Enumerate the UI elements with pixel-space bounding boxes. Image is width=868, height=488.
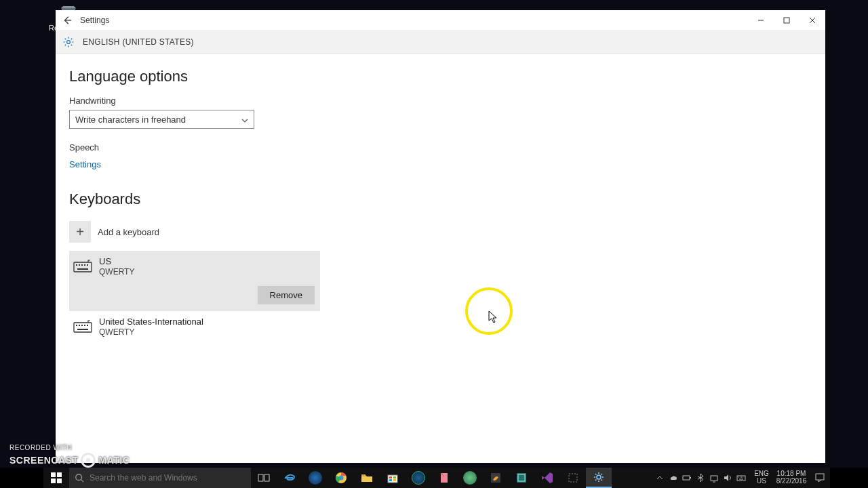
svg-rect-22	[264, 474, 269, 481]
titlebar: Settings	[56, 10, 825, 30]
svg-rect-0	[784, 18, 789, 23]
start-button[interactable]	[43, 468, 69, 488]
keyboard-name: US	[99, 256, 134, 266]
svg-rect-11	[79, 325, 80, 326]
svg-rect-26	[388, 475, 397, 483]
add-keyboard-button[interactable]: + Add a keyboard	[69, 218, 320, 245]
keyboards-heading: Keyboards	[69, 190, 812, 208]
taskbar-apps	[251, 468, 612, 488]
chrome-icon[interactable]	[328, 468, 354, 488]
svg-point-35	[597, 475, 601, 479]
svg-rect-2	[74, 262, 92, 272]
svg-rect-12	[81, 325, 83, 326]
tray-bluetooth-icon[interactable]	[696, 473, 705, 483]
keyboard-icon	[73, 259, 92, 274]
tray-network-icon[interactable]	[709, 473, 719, 483]
clock[interactable]: 10:18 PM 8/22/2016	[773, 468, 810, 488]
settings-window: Settings ENGLISH (UNITED STATES) Languag…	[56, 10, 825, 463]
svg-rect-17	[57, 472, 62, 477]
plus-icon: +	[69, 221, 91, 243]
store-icon[interactable]	[380, 468, 406, 488]
app-icon-pink[interactable]	[431, 468, 457, 488]
tray-keyboard-icon[interactable]	[736, 473, 746, 483]
svg-rect-8	[77, 268, 88, 270]
tray-chevron-up-icon[interactable]	[655, 473, 665, 483]
svg-rect-25	[361, 474, 366, 476]
settings-taskbar-icon[interactable]	[586, 468, 612, 488]
keyboard-name: United States-International	[99, 317, 203, 327]
back-button[interactable]	[56, 10, 79, 30]
time: 10:18 PM	[773, 470, 810, 477]
date: 8/22/2016	[773, 477, 810, 485]
watermark-line1: RECORDED WITH	[9, 444, 130, 451]
svg-rect-6	[84, 264, 85, 266]
svg-rect-39	[737, 476, 745, 481]
svg-point-1	[67, 41, 71, 44]
maximize-button[interactable]	[774, 10, 800, 30]
keyboard-layout: QWERTY	[99, 327, 203, 337]
svg-rect-13	[84, 325, 85, 326]
tray-battery-icon[interactable]	[682, 473, 692, 483]
svg-rect-7	[87, 264, 88, 266]
taskbar: ENG US 10:18 PM 8/22/2016	[0, 468, 868, 488]
add-keyboard-label: Add a keyboard	[98, 227, 159, 237]
remove-button[interactable]: Remove	[258, 286, 315, 304]
svg-rect-16	[51, 472, 56, 477]
watermark-brand-a: SCREENCAST	[9, 455, 78, 466]
svg-rect-40	[816, 474, 824, 480]
svg-rect-5	[81, 264, 83, 266]
tray-volume-icon[interactable]	[723, 473, 732, 483]
handwriting-dropdown[interactable]: Write characters in freehand	[69, 110, 254, 129]
svg-rect-18	[51, 479, 56, 483]
lang-code: ENG	[750, 470, 773, 477]
sublime-icon[interactable]	[483, 468, 509, 488]
action-center-button[interactable]	[810, 468, 830, 488]
svg-rect-30	[393, 479, 396, 481]
svg-rect-14	[87, 325, 88, 326]
keyboard-item-us-intl[interactable]: United States-International QWERTY	[69, 311, 320, 342]
keyboard-icon	[73, 319, 92, 334]
breadcrumb: ENGLISH (UNITED STATES)	[83, 37, 194, 47]
speech-label: Speech	[69, 142, 812, 152]
firefox-dev-icon[interactable]	[302, 468, 328, 488]
window-title: Settings	[80, 16, 109, 25]
svg-rect-9	[74, 323, 92, 332]
svg-rect-19	[57, 479, 62, 483]
app-icon-blue[interactable]	[406, 468, 431, 488]
svg-rect-38	[711, 476, 717, 481]
minimize-button[interactable]	[748, 10, 774, 30]
svg-rect-4	[79, 264, 80, 266]
svg-rect-15	[77, 329, 88, 330]
visual-studio-icon[interactable]	[534, 468, 560, 488]
close-button[interactable]	[800, 10, 825, 30]
file-explorer-icon[interactable]	[354, 468, 380, 488]
svg-rect-3	[76, 264, 77, 266]
tray-onedrive-icon[interactable]	[669, 473, 678, 483]
search-box[interactable]	[69, 468, 251, 488]
breadcrumb-bar: ENGLISH (UNITED STATES)	[56, 30, 825, 54]
handwriting-label: Handwriting	[69, 96, 812, 106]
svg-rect-29	[389, 479, 392, 481]
app-icon-teal[interactable]	[509, 468, 534, 488]
system-tray[interactable]	[651, 468, 750, 488]
svg-rect-27	[389, 476, 392, 479]
svg-rect-34	[569, 474, 577, 482]
app-icon-dashed[interactable]	[560, 468, 586, 488]
watermark-brand-b: MATIC	[98, 455, 130, 466]
svg-rect-10	[76, 325, 77, 326]
svg-rect-28	[393, 476, 396, 479]
edge-icon[interactable]	[277, 468, 302, 488]
svg-rect-36	[683, 476, 690, 480]
keyboard-layout: QWERTY	[99, 267, 134, 277]
language-indicator[interactable]: ENG US	[750, 468, 773, 488]
search-input[interactable]	[90, 473, 245, 483]
gear-icon	[62, 36, 75, 48]
task-view-button[interactable]	[251, 468, 277, 488]
search-icon	[75, 473, 84, 483]
watermark-dot-icon	[81, 453, 96, 468]
speech-settings-link[interactable]: Settings	[69, 159, 101, 169]
svg-point-20	[76, 474, 82, 481]
app-icon-green[interactable]	[457, 468, 483, 488]
keyboard-item-us[interactable]: US QWERTY Remove	[69, 251, 320, 311]
watermark: RECORDED WITH SCREENCAST MATIC	[9, 444, 130, 468]
